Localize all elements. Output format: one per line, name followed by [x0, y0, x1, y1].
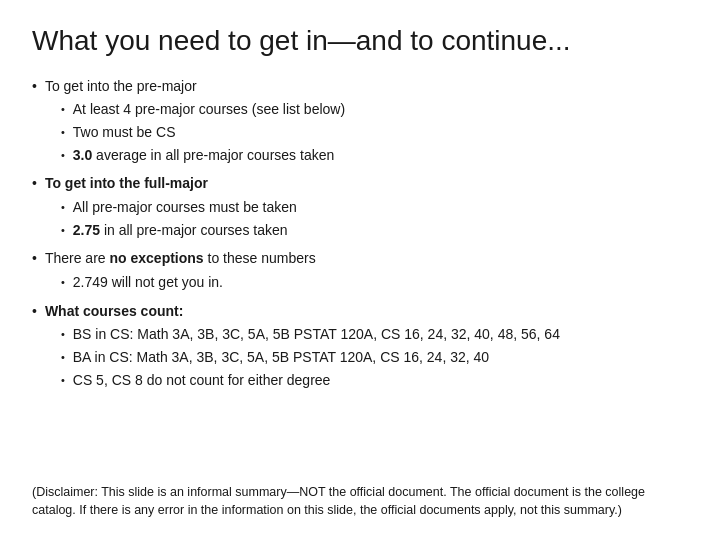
bullet-icon: • [32, 76, 37, 98]
list-item: • All pre-major courses must be taken [61, 197, 688, 219]
section-label: To get into the pre-major [45, 78, 197, 94]
sub-bullet-icon: • [61, 222, 65, 239]
list-item: • BA in CS: Math 3A, 3B, 3C, 5A, 5B PSTA… [61, 347, 688, 369]
sub-list: • 2.749 will not get you in. [45, 272, 688, 294]
sub-item-text: 2.75 in all pre-major courses taken [73, 220, 288, 242]
sub-item-text: BS in CS: Math 3A, 3B, 3C, 5A, 5B PSTAT … [73, 324, 560, 346]
section-label: To get into the full-major [45, 175, 208, 191]
main-list: • To get into the pre-major • At least 4… [32, 76, 688, 393]
list-item: • 2.749 will not get you in. [61, 272, 688, 294]
sub-bullet-icon: • [61, 274, 65, 291]
sub-bullet-icon: • [61, 349, 65, 366]
list-item: • CS 5, CS 8 do not count for either deg… [61, 370, 688, 392]
list-item: • Two must be CS [61, 122, 688, 144]
list-item: • What courses count: • BS in CS: Math 3… [32, 301, 688, 393]
bullet-icon: • [32, 301, 37, 323]
sub-bullet-icon: • [61, 326, 65, 343]
sub-list: • BS in CS: Math 3A, 3B, 3C, 5A, 5B PSTA… [45, 324, 688, 391]
sub-item-text: BA in CS: Math 3A, 3B, 3C, 5A, 5B PSTAT … [73, 347, 489, 369]
sub-item-text: All pre-major courses must be taken [73, 197, 297, 219]
list-item: • At least 4 pre-major courses (see list… [61, 99, 688, 121]
list-item: • To get into the pre-major • At least 4… [32, 76, 688, 168]
sub-list: • At least 4 pre-major courses (see list… [45, 99, 688, 166]
sub-list: • All pre-major courses must be taken • … [45, 197, 688, 241]
slide: What you need to get in—and to continue.… [0, 0, 720, 540]
content-area: • To get into the pre-major • At least 4… [32, 76, 688, 459]
bullet-icon: • [32, 248, 37, 270]
sub-bullet-icon: • [61, 124, 65, 141]
section-label: What courses count: [45, 303, 183, 319]
sub-item-text: 3.0 average in all pre-major courses tak… [73, 145, 334, 167]
list-item: • 3.0 average in all pre-major courses t… [61, 145, 688, 167]
list-item: • 2.75 in all pre-major courses taken [61, 220, 688, 242]
sub-bullet-icon: • [61, 199, 65, 216]
sub-bullet-icon: • [61, 147, 65, 164]
sub-item-text: Two must be CS [73, 122, 176, 144]
list-item: • To get into the full-major • All pre-m… [32, 173, 688, 242]
disclaimer-text: (Disclaimer: This slide is an informal s… [32, 483, 688, 521]
sub-item-text: CS 5, CS 8 do not count for either degre… [73, 370, 331, 392]
bullet-icon: • [32, 173, 37, 195]
list-item: • BS in CS: Math 3A, 3B, 3C, 5A, 5B PSTA… [61, 324, 688, 346]
section-label: There are no exceptions to these numbers [45, 250, 316, 266]
sub-bullet-icon: • [61, 101, 65, 118]
page-title: What you need to get in—and to continue.… [32, 24, 688, 58]
sub-bullet-icon: • [61, 372, 65, 389]
sub-item-text: 2.749 will not get you in. [73, 272, 223, 294]
list-item: • There are no exceptions to these numbe… [32, 248, 688, 294]
sub-item-text: At least 4 pre-major courses (see list b… [73, 99, 345, 121]
